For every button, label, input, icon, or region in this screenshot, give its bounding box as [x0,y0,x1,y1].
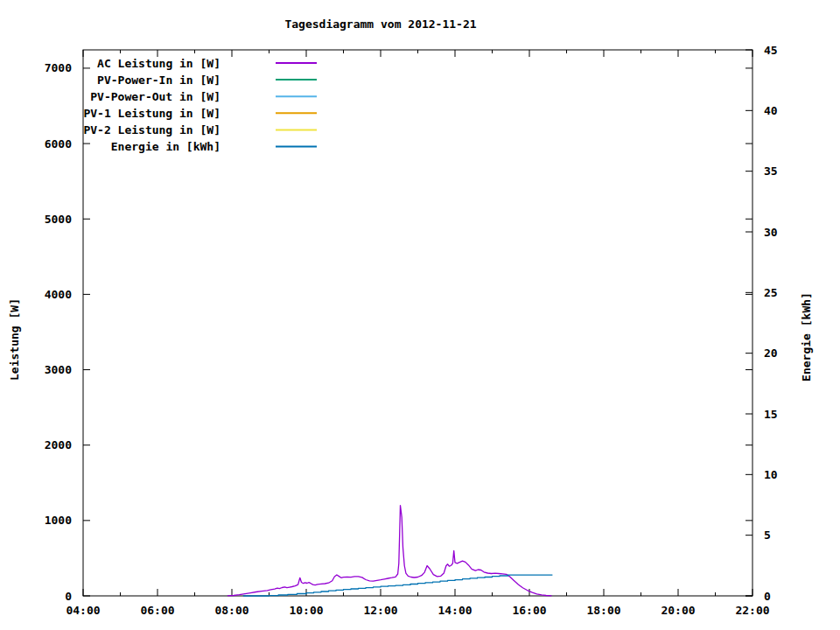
y-left-tick-label: 0 [65,590,72,603]
series-line [243,575,553,596]
y-right-tick-label: 20 [764,346,778,360]
y-right-tick-label: 0 [764,590,771,603]
y-right-tick-label: 15 [764,408,778,421]
legend-label: Energie in [kWh] [111,140,220,153]
x-tick-label: 08:00 [214,604,248,617]
y-left-tick-label: 2000 [45,438,72,452]
x-tick-label: 20:00 [661,604,695,617]
x-tick-label: 22:00 [735,604,769,617]
legend-label: PV-Power-Out in [W] [90,90,220,103]
series-line [228,506,552,596]
x-tick-label: 10:00 [289,604,323,617]
legend-label: PV-Power-In in [W] [97,74,220,87]
chart-title: Tagesdiagramm vom 2012-11-21 [83,18,678,31]
plot-svg: 0100020003000400050006000700005101520253… [0,0,840,630]
y-right-tick-label: 5 [764,528,771,542]
y-right-tick-label: 25 [764,286,778,299]
y2-axis-label: Energie [kWh] [800,292,813,382]
x-tick-label: 04:00 [66,604,100,617]
chart-canvas: 0100020003000400050006000700005101520253… [0,0,840,630]
y-right-tick-label: 40 [764,104,778,117]
legend-label: PV-1 Leistung in [W] [83,107,220,120]
y-left-tick-label: 3000 [45,363,72,376]
y-left-tick-label: 5000 [45,213,72,226]
y-left-tick-label: 4000 [45,288,72,301]
y-right-tick-label: 35 [764,164,778,178]
legend-label: PV-2 Leistung in [W] [83,123,220,136]
y-right-tick-label: 45 [764,44,778,57]
y-left-tick-label: 6000 [45,137,72,150]
legend-label: AC Leistung in [W] [97,57,220,70]
x-tick-label: 06:00 [140,604,174,617]
y-axis-label: Leistung [W] [8,298,21,381]
y-right-tick-label: 30 [764,226,778,239]
y-left-tick-label: 1000 [45,514,72,527]
x-tick-label: 14:00 [438,604,472,617]
y-right-tick-label: 10 [764,468,778,481]
x-tick-label: 16:00 [512,604,546,617]
x-tick-label: 12:00 [363,604,397,617]
y-left-tick-label: 7000 [45,61,72,74]
x-tick-label: 18:00 [586,604,620,617]
